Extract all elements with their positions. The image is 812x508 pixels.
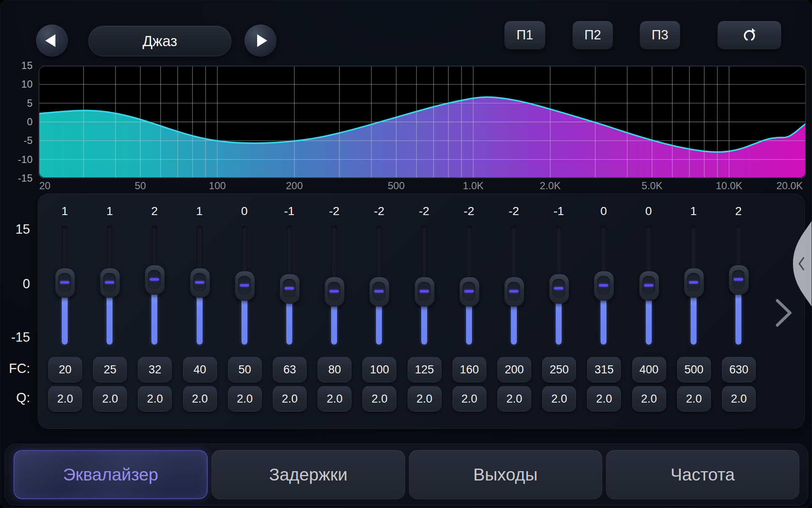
band-slider-thumb[interactable] xyxy=(145,265,165,295)
band-gain-value: -2 xyxy=(496,204,532,218)
band-q-button[interactable]: 2.0 xyxy=(318,386,351,411)
band-slider-thumb[interactable] xyxy=(459,277,480,306)
side-panel-handle[interactable] xyxy=(790,220,812,308)
band-slider-thumb[interactable] xyxy=(414,277,435,306)
band-slider-thumb[interactable] xyxy=(280,274,300,304)
band-slider-thumb-dash-icon xyxy=(195,281,204,284)
band-slider-thumb[interactable] xyxy=(729,265,749,295)
band-q-button[interactable]: 2.0 xyxy=(408,386,442,411)
band-q-button[interactable]: 2.0 xyxy=(362,386,396,411)
tab-equalizer[interactable]: Эквалайзер xyxy=(14,450,208,499)
memory-preset-3-label: П3 xyxy=(652,28,669,43)
reset-button[interactable] xyxy=(717,21,782,50)
band-gain-value: 0 xyxy=(227,204,262,218)
band-slider-thumb[interactable] xyxy=(55,268,75,298)
x-axis-tick-label: 500 xyxy=(373,180,420,192)
y-axis-tick-label: 10 xyxy=(4,78,33,90)
band-fc-button[interactable]: 315 xyxy=(587,357,621,382)
band-fc-button[interactable]: 160 xyxy=(453,357,486,382)
band-q-button[interactable]: 2.0 xyxy=(273,386,307,411)
band-slider-thumb[interactable] xyxy=(235,271,255,301)
y-axis-tick-label: 15 xyxy=(4,60,33,72)
band-slider-thumb[interactable] xyxy=(190,268,210,298)
memory-preset-1-label: П1 xyxy=(516,28,533,43)
x-axis-tick-label: 2.0K xyxy=(527,180,573,192)
band-slider-thumb[interactable] xyxy=(369,277,390,306)
band-gain-value: -1 xyxy=(541,204,576,218)
band-slider-thumb-dash-icon xyxy=(374,290,384,293)
band-q-button[interactable]: 2.0 xyxy=(677,386,711,411)
band-slider-thumb-dash-icon xyxy=(464,290,474,293)
band-gain-value: -2 xyxy=(406,204,442,218)
memory-preset-3-button[interactable]: П3 xyxy=(639,21,680,50)
band-slider-thumb[interactable] xyxy=(639,271,659,301)
band-fc-button[interactable]: 250 xyxy=(542,357,576,382)
band-fc-button[interactable]: 200 xyxy=(497,357,531,382)
band-q-button[interactable]: 2.0 xyxy=(587,386,621,411)
memory-preset-2-button[interactable]: П2 xyxy=(572,21,613,50)
band-fc-button[interactable]: 40 xyxy=(183,357,217,382)
band-q-button[interactable]: 2.0 xyxy=(93,386,127,411)
gain-scale-max-label: 15 xyxy=(0,222,30,237)
band-slider-thumb[interactable] xyxy=(324,277,345,306)
band-slider-thumb[interactable] xyxy=(504,277,524,306)
frequency-response-graph xyxy=(38,66,806,178)
band-fc-button[interactable]: 50 xyxy=(228,357,262,382)
fc-row-label: FC: xyxy=(0,361,30,376)
chevron-right-icon xyxy=(777,301,790,325)
x-axis-tick-label: 1.0K xyxy=(450,180,497,192)
band-fc-button[interactable]: 20 xyxy=(48,357,82,382)
band-slider-thumb[interactable] xyxy=(549,274,569,304)
tab-delays[interactable]: Задержки xyxy=(211,450,405,499)
band-fc-button[interactable]: 400 xyxy=(632,357,666,382)
side-panel-handle-shape xyxy=(793,220,812,308)
band-gain-value: -1 xyxy=(272,204,307,218)
band-q-button[interactable]: 2.0 xyxy=(48,386,82,411)
x-axis-tick-label: 20.0K xyxy=(766,180,812,192)
band-q-button[interactable]: 2.0 xyxy=(228,386,262,411)
y-axis-tick-label: -5 xyxy=(4,135,33,146)
memory-preset-1-button[interactable]: П1 xyxy=(504,21,546,50)
band-slider-thumb[interactable] xyxy=(100,268,120,298)
band-slider-thumb[interactable] xyxy=(594,271,614,301)
band-fc-button[interactable]: 25 xyxy=(93,357,127,382)
band-fc-button[interactable]: 100 xyxy=(362,357,396,382)
band-slider-thumb-dash-icon xyxy=(420,290,429,293)
band-q-button[interactable]: 2.0 xyxy=(632,386,666,411)
band-fc-button[interactable]: 630 xyxy=(722,357,756,382)
band-slider-thumb-dash-icon xyxy=(689,281,698,284)
preset-name-button[interactable]: Джаз xyxy=(88,26,231,56)
bottom-tab-bar: ЭквалайзерЗадержкиВыходыЧастота xyxy=(5,444,808,505)
band-slider-thumb-dash-icon xyxy=(240,284,249,287)
tab-frequency[interactable]: Частота xyxy=(606,450,799,499)
band-q-button[interactable]: 2.0 xyxy=(722,386,756,411)
y-axis-tick-label: 5 xyxy=(4,97,33,109)
band-gain-value: 1 xyxy=(676,204,711,218)
x-axis-tick-label: 50 xyxy=(117,180,164,192)
preset-next-button[interactable] xyxy=(244,25,277,57)
band-slider-thumb-dash-icon xyxy=(60,281,69,284)
band-gain-value: 2 xyxy=(721,204,756,218)
band-slider-thumb-dash-icon xyxy=(644,284,653,287)
band-slider-thumb-dash-icon xyxy=(150,278,159,281)
y-axis-tick-label: 0 xyxy=(4,116,33,128)
tab-outputs[interactable]: Выходы xyxy=(409,450,602,499)
x-axis-tick-label: 10.0K xyxy=(706,180,752,192)
band-q-button[interactable]: 2.0 xyxy=(183,386,217,411)
band-gain-value: 1 xyxy=(92,204,127,218)
band-slider-thumb-dash-icon xyxy=(285,287,294,290)
x-axis-tick-label: 5.0K xyxy=(629,180,675,192)
band-fc-button[interactable]: 32 xyxy=(138,357,172,382)
band-q-button[interactable]: 2.0 xyxy=(138,386,172,411)
band-gain-value: 0 xyxy=(631,204,667,218)
band-q-button[interactable]: 2.0 xyxy=(497,386,531,411)
preset-prev-button[interactable] xyxy=(36,25,68,57)
band-slider-thumb[interactable] xyxy=(684,268,704,298)
band-gain-value: -2 xyxy=(451,204,487,218)
band-q-button[interactable]: 2.0 xyxy=(453,386,486,411)
band-fc-button[interactable]: 63 xyxy=(273,357,307,382)
band-fc-button[interactable]: 125 xyxy=(408,357,442,382)
band-fc-button[interactable]: 80 xyxy=(318,357,351,382)
band-q-button[interactable]: 2.0 xyxy=(542,386,576,411)
band-fc-button[interactable]: 500 xyxy=(677,357,711,382)
